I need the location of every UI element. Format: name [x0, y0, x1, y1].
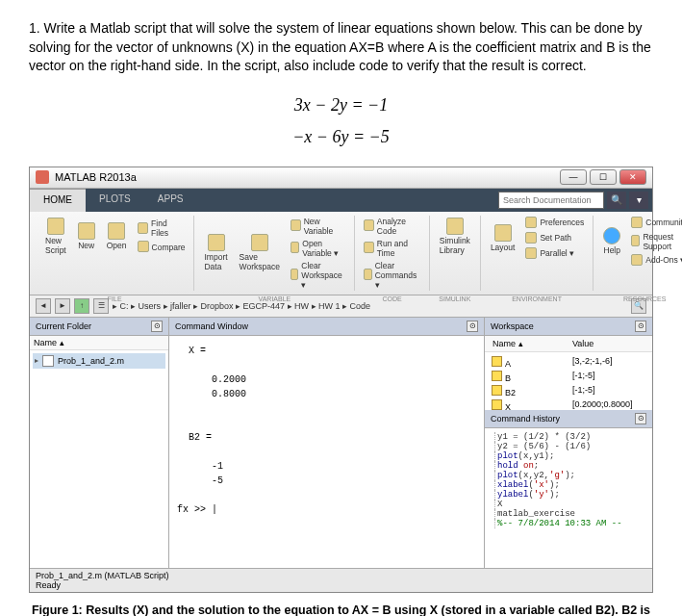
matrix-icon [492, 399, 502, 410]
back-button[interactable]: ◄ [36, 298, 51, 314]
panel-dropdown-icon[interactable]: ⊙ [151, 321, 163, 332]
current-folder-panel: Current Folder ⊙ Name ▴ ▸ Prob_1_and_2.m [30, 318, 169, 568]
addons-button[interactable]: Add-Ons ▾ [628, 253, 682, 268]
request-support-button[interactable]: Request Support [628, 231, 682, 252]
new-var-icon [290, 219, 301, 231]
hist-line[interactable]: hold on; [494, 461, 648, 471]
command-window-header: Command Window ⊙ [169, 318, 484, 336]
help-toggle-icon[interactable]: ▾ [629, 192, 648, 209]
path-icon [525, 232, 537, 244]
matrix-icon [492, 356, 502, 367]
hist-timestamp[interactable]: %-- 7/8/2014 10:33 AM -- [494, 519, 648, 528]
ws-row[interactable]: A[3,-2;-1,-6] [488, 355, 649, 370]
group-label-variable: VARIABLE [259, 295, 291, 302]
ws-row[interactable]: X[0.2000;0.8000] [488, 398, 649, 410]
equation-1: 3x − 2y = −1 [29, 95, 653, 116]
ws-col-value[interactable]: Value [568, 338, 648, 349]
titlebar: MATLAB R2013a — ☐ ✕ [30, 167, 652, 189]
hist-line[interactable]: y2 = (5/6) - (1/6) [494, 442, 648, 451]
ws-row[interactable]: B2[-1;-5] [488, 384, 649, 398]
parallel-button[interactable]: Parallel ▾ [522, 246, 587, 261]
new-icon [78, 222, 95, 240]
find-files-button[interactable]: Find Files [135, 218, 189, 239]
workspace-content: A[3,-2;-1,-6] B[-1;-5] B2[-1;-5] X[0.200… [485, 352, 652, 410]
question-block: 1. Write a Matlab script that will solve… [29, 19, 653, 76]
maximize-button[interactable]: ☐ [590, 169, 617, 185]
search-icon[interactable]: 🔍 [607, 192, 626, 209]
window-title: MATLAB R2013a [55, 171, 560, 183]
right-panels: Workspace ⊙ Name ▴ Value A[3,-2;-1,-6] B… [484, 318, 652, 568]
command-history-content: y1 = (1/2) * (3/2) y2 = (5/6) - (1/6) pl… [485, 428, 652, 532]
set-path-button[interactable]: Set Path [522, 231, 587, 245]
help-icon [603, 227, 620, 244]
simulink-library-button[interactable]: Simulink Library [436, 216, 474, 257]
layout-button[interactable]: Layout [487, 222, 519, 254]
save-workspace-button[interactable]: Save Workspace [236, 232, 284, 273]
support-icon [631, 235, 640, 246]
analyze-code-button[interactable]: Analyze Code [361, 216, 422, 237]
col-name-header[interactable]: Name ▴ [34, 338, 64, 347]
command-history-header: Command History ⊙ [485, 410, 652, 428]
tab-home[interactable]: HOME [30, 189, 86, 212]
hist-line[interactable]: xlabel('x'); [494, 480, 648, 490]
hist-line[interactable]: plot(x,y1); [494, 451, 648, 461]
save-icon [251, 234, 268, 251]
hist-line[interactable]: ylabel('y'); [494, 490, 648, 500]
forward-button[interactable]: ► [55, 298, 70, 314]
status-ready: Ready [36, 580, 646, 590]
question-number: 1. [29, 20, 40, 36]
ws-col-name[interactable]: Name ▴ [489, 338, 568, 349]
open-button[interactable]: Open [103, 220, 131, 252]
panel-dropdown-icon[interactable]: ⊙ [635, 413, 646, 424]
minimize-button[interactable]: — [560, 169, 587, 185]
open-variable-button[interactable]: Open Variable ▾ [288, 238, 348, 259]
file-name: Prob_1_and_2.m [58, 356, 124, 366]
help-button[interactable]: Help [599, 225, 624, 257]
expand-icon: ▸ [35, 356, 38, 365]
clear-cmd-icon [364, 269, 371, 280]
file-item[interactable]: ▸ Prob_1_and_2.m [33, 353, 165, 369]
hist-line[interactable]: matlab_exercise [494, 509, 648, 519]
compare-button[interactable]: Compare [135, 240, 189, 254]
parallel-icon [525, 247, 537, 259]
clear-ws-icon [290, 269, 298, 280]
ws-row[interactable]: B[-1;-5] [488, 370, 649, 384]
layout-icon [494, 224, 512, 242]
import-data-button[interactable]: Import Data [200, 232, 231, 273]
group-label-code: CODE [382, 295, 401, 302]
m-file-icon [42, 355, 54, 367]
run-and-time-button[interactable]: Run and Time [361, 238, 422, 259]
community-button[interactable]: Community [628, 216, 682, 230]
status-bar: Prob_1_and_2.m (MATLAB Script) Ready [30, 568, 652, 592]
import-icon [208, 234, 225, 251]
matrix-icon [492, 385, 502, 396]
browse-button[interactable]: ☰ [93, 298, 109, 314]
current-folder-header: Current Folder ⊙ [30, 318, 168, 336]
group-label-environment: ENVIRONMENT [512, 295, 562, 302]
panel-dropdown-icon[interactable]: ⊙ [467, 321, 478, 332]
clear-workspace-button[interactable]: Clear Workspace ▾ [288, 260, 348, 291]
new-variable-button[interactable]: New Variable [288, 216, 348, 237]
new-script-button[interactable]: New Script [41, 216, 70, 257]
panel-dropdown-icon[interactable]: ⊙ [635, 321, 646, 332]
tab-apps[interactable]: APPS [144, 189, 197, 212]
hist-line[interactable]: plot(x,y2,'g'); [494, 471, 648, 480]
close-button[interactable]: ✕ [619, 169, 646, 185]
hist-line[interactable]: y1 = (1/2) * (3/2) [494, 432, 648, 442]
gear-icon [525, 217, 537, 228]
hist-line[interactable]: X [494, 500, 648, 509]
search-documentation-input[interactable] [498, 192, 604, 209]
matrix-icon [492, 371, 502, 381]
tab-plots[interactable]: PLOTS [86, 189, 144, 212]
status-script: Prob_1_and_2.m (MATLAB Script) [36, 571, 646, 580]
group-label-resources: RESOURCES [623, 295, 666, 302]
matlab-logo-icon [36, 170, 49, 184]
open-icon [108, 222, 125, 240]
preferences-button[interactable]: Preferences [522, 216, 587, 230]
new-button[interactable]: New [74, 220, 99, 252]
address-path[interactable]: ▸ C: ▸ Users ▸ jfaller ▸ Dropbox ▸ EGCP-… [113, 301, 627, 311]
up-folder-button[interactable]: ↑ [74, 298, 89, 314]
command-window-content[interactable]: X = 0.2000 0.8000 B2 = -1 -5 fx >> | [169, 336, 484, 568]
clear-commands-button[interactable]: Clear Commands ▾ [361, 260, 422, 291]
main-area: Current Folder ⊙ Name ▴ ▸ Prob_1_and_2.m… [30, 318, 652, 568]
